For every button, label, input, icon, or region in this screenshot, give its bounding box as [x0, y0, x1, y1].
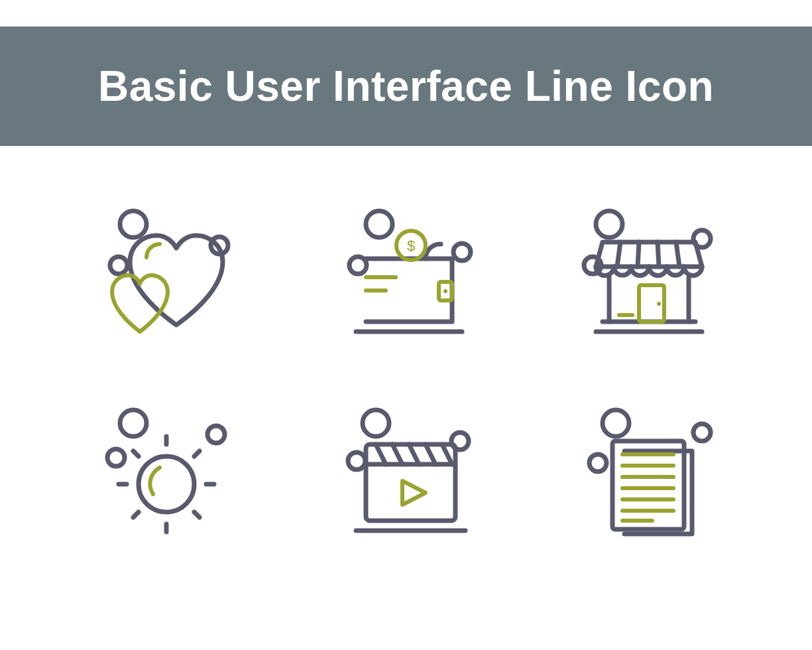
store-icon [566, 199, 725, 358]
header-bar: Basic User Interface Line Icon [0, 27, 812, 146]
sun-icon [87, 398, 246, 557]
svg-point-52 [693, 424, 711, 441]
svg-point-50 [603, 410, 629, 436]
video-icon [326, 398, 485, 557]
svg-line-36 [194, 451, 200, 456]
svg-point-5 [453, 243, 471, 261]
svg-point-0 [120, 211, 146, 237]
svg-line-16 [617, 242, 620, 267]
svg-point-3 [366, 211, 392, 237]
svg-line-17 [638, 242, 639, 267]
svg-line-19 [676, 242, 679, 267]
svg-line-44 [376, 444, 386, 464]
svg-line-37 [133, 512, 139, 517]
svg-point-10 [443, 289, 447, 293]
svg-line-35 [133, 451, 139, 456]
heart-icon [87, 199, 246, 358]
svg-line-38 [194, 512, 200, 517]
svg-point-30 [139, 456, 194, 512]
icon-grid: $ [0, 146, 812, 597]
svg-point-28 [107, 449, 125, 466]
svg-line-45 [392, 444, 402, 464]
page-title: Basic User Interface Line Icon [98, 62, 714, 111]
svg-point-27 [120, 410, 146, 436]
wallet-icon: $ [326, 199, 485, 358]
svg-text:$: $ [407, 237, 415, 254]
svg-point-39 [363, 410, 389, 436]
svg-line-46 [409, 444, 419, 464]
svg-line-48 [442, 444, 452, 464]
svg-line-18 [658, 242, 659, 267]
svg-point-1 [110, 257, 127, 274]
svg-point-13 [596, 211, 622, 237]
svg-point-29 [207, 426, 225, 443]
svg-line-47 [426, 444, 435, 464]
svg-point-40 [348, 452, 365, 470]
svg-point-51 [589, 454, 607, 472]
svg-point-25 [657, 302, 661, 306]
document-icon [566, 398, 725, 557]
